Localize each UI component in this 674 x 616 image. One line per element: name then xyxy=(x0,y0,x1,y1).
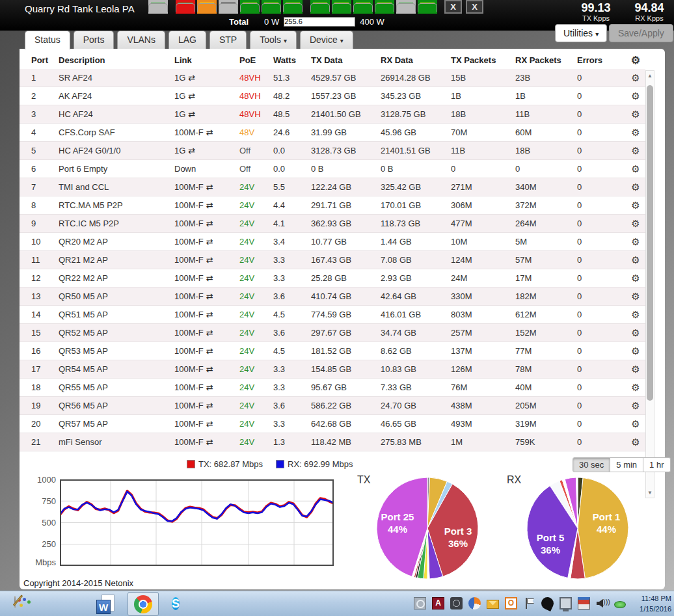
port-settings-gear-icon[interactable]: ⚙ xyxy=(626,364,645,375)
port-settings-gear-icon[interactable]: ⚙ xyxy=(626,90,645,102)
tx-kpps-value: 99.13 xyxy=(573,2,619,14)
range-button-1hr[interactable]: 1 hr xyxy=(643,457,670,472)
rx-packets: 0 xyxy=(515,164,577,174)
scroll-down-icon[interactable]: ▼ xyxy=(646,490,654,496)
port-number: 17 xyxy=(31,364,59,374)
port-number: 13 xyxy=(31,291,59,301)
tab-stp[interactable]: STP xyxy=(209,31,247,49)
port-settings-gear-icon[interactable]: ⚙ xyxy=(626,163,645,175)
port-led-2[interactable] xyxy=(176,0,195,14)
tray-window-icon[interactable] xyxy=(578,597,590,609)
port-led-6[interactable] xyxy=(262,0,281,14)
port-settings-gear-icon[interactable]: ⚙ xyxy=(626,400,645,412)
port-settings-gear-icon[interactable]: ⚙ xyxy=(626,145,645,157)
chrome-taskbar-button[interactable] xyxy=(128,592,159,616)
save-apply-button[interactable]: Save/Apply xyxy=(609,24,673,42)
settings-column-gear-icon[interactable]: ⚙ xyxy=(626,54,645,66)
port-settings-gear-icon[interactable]: ⚙ xyxy=(626,273,645,284)
tab-ports[interactable]: Ports xyxy=(74,31,115,49)
port-led-11[interactable] xyxy=(375,0,394,14)
tx-data: 291.71 GB xyxy=(311,200,381,210)
range-button-30sec[interactable]: 30 sec xyxy=(573,457,610,472)
rx-packets: 264M xyxy=(515,219,577,228)
port-settings-gear-icon[interactable]: ⚙ xyxy=(626,127,645,139)
range-button-5min[interactable]: 5 min xyxy=(610,457,643,472)
pie-slice-label: 36% xyxy=(541,544,560,556)
port-led-1[interactable] xyxy=(148,0,168,14)
port-number: 10 xyxy=(31,237,59,247)
port-settings-gear-icon[interactable]: ⚙ xyxy=(626,200,645,211)
port-led-8[interactable] xyxy=(310,0,330,14)
tray-flag-icon[interactable] xyxy=(523,597,535,609)
tx-data: 0 B xyxy=(311,164,381,174)
port-led-13[interactable] xyxy=(418,0,437,14)
port-led-5[interactable] xyxy=(240,0,260,14)
port-settings-gear-icon[interactable]: ⚙ xyxy=(626,345,645,357)
word-icon[interactable]: W xyxy=(96,595,115,614)
tray-clockapp-icon[interactable] xyxy=(450,597,463,609)
port-settings-gear-icon[interactable]: ⚙ xyxy=(626,218,645,230)
port-number: 2 xyxy=(31,91,59,101)
tray-speaker-icon[interactable]: ))) xyxy=(596,597,608,609)
port-description: HC AF24 xyxy=(59,109,174,119)
port-description: AK AF24 xyxy=(59,91,174,101)
column-header-errors: Errors xyxy=(577,55,626,65)
taskbar-clock[interactable]: 11:48 PM 1/15/2016 xyxy=(630,593,671,614)
tray-outlook-icon[interactable]: O xyxy=(505,597,517,609)
rx-kpps-label: RX Kpps xyxy=(626,14,673,22)
watts-value: 0.0 xyxy=(273,164,311,174)
rx-packets: 182M xyxy=(515,291,577,301)
tab-status[interactable]: Status xyxy=(25,31,70,49)
port-led-12[interactable] xyxy=(396,0,416,14)
tray-green-icon[interactable] xyxy=(614,601,626,608)
tab-bar: StatusPortsVLANsLAGSTPTools▾Device▾ xyxy=(25,31,357,49)
table-row-port-13: 13QR50 M5 AP100M-F⇄24V3.6410.74 GB42.64 … xyxy=(20,288,645,306)
port-settings-gear-icon[interactable]: ⚙ xyxy=(626,309,645,321)
port-settings-gear-icon[interactable]: ⚙ xyxy=(626,254,645,266)
tray-mail-icon[interactable] xyxy=(487,600,499,609)
tray-browser-icon[interactable] xyxy=(468,597,481,609)
scroll-up-icon[interactable]: ▲ xyxy=(646,73,654,79)
link-arrows-icon: ⇄ xyxy=(206,437,213,447)
tray-net-icon[interactable] xyxy=(559,597,572,609)
rx-data: 24.70 GB xyxy=(381,401,451,410)
tray-pdf-icon[interactable]: A xyxy=(432,597,444,609)
port-led-10[interactable] xyxy=(353,0,373,14)
port-settings-gear-icon[interactable]: ⚙ xyxy=(626,382,645,394)
table-row-port-6: 6Port 6 EmptyDownOff0.00 B0 B000⚙ xyxy=(20,160,645,178)
link-status: 100M-F⇄ xyxy=(174,382,239,392)
port-settings-gear-icon[interactable]: ⚙ xyxy=(626,236,645,248)
port-settings-gear-icon[interactable]: ⚙ xyxy=(626,109,645,120)
tray-display-icon[interactable] xyxy=(414,597,426,609)
tx-kpps-readout: 99.13 TX Kpps xyxy=(573,2,619,22)
tab-tools[interactable]: Tools▾ xyxy=(250,31,297,49)
port-settings-gear-icon[interactable]: ⚙ xyxy=(626,418,645,430)
port-number: 16 xyxy=(31,346,59,356)
tx-data: 167.43 GB xyxy=(311,255,381,265)
tab-lag[interactable]: LAG xyxy=(168,31,206,49)
tray-sat-icon[interactable] xyxy=(539,595,556,611)
sfp-port-led-1[interactable]: X xyxy=(444,0,462,14)
skype-icon[interactable]: S xyxy=(172,595,180,613)
port-description: QR51 M5 AP xyxy=(59,310,174,319)
port-settings-gear-icon[interactable]: ⚙ xyxy=(626,436,645,448)
pie-slice-label: Port 5 xyxy=(537,532,565,543)
port-settings-gear-icon[interactable]: ⚙ xyxy=(626,181,645,193)
sfp-port-led-2[interactable]: X xyxy=(466,0,483,14)
port-led-3[interactable] xyxy=(197,0,217,14)
port-settings-gear-icon[interactable]: ⚙ xyxy=(626,72,645,84)
port-led-4[interactable] xyxy=(219,0,238,14)
paint-icon[interactable] xyxy=(14,596,16,608)
port-settings-gear-icon[interactable]: ⚙ xyxy=(626,291,645,302)
port-led-9[interactable] xyxy=(332,0,351,14)
tab-vlans[interactable]: VLANs xyxy=(117,31,165,49)
table-scrollbar[interactable]: ▲ ▼ xyxy=(645,70,654,498)
port-settings-gear-icon[interactable]: ⚙ xyxy=(626,327,645,339)
port-description: QR56 M5 AP xyxy=(59,401,174,410)
utilities-button[interactable]: Utilities▾ xyxy=(555,24,607,42)
port-led-7[interactable] xyxy=(283,0,303,14)
tx-data: 181.52 GB xyxy=(311,346,381,356)
tx-packets: 126M xyxy=(451,364,515,374)
scrollbar-thumb[interactable] xyxy=(647,85,653,401)
tab-device[interactable]: Device▾ xyxy=(300,31,353,49)
